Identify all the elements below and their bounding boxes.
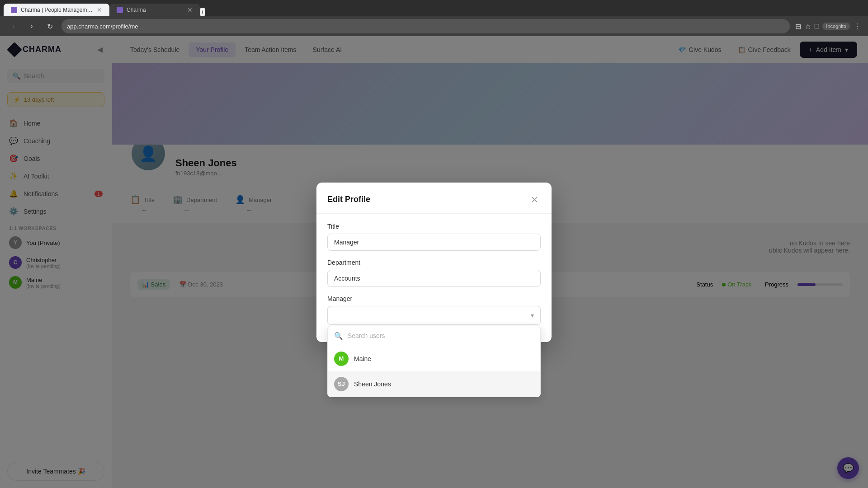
title-field-label-modal: Title	[327, 223, 541, 230]
dropdown-item-sheen-jones[interactable]: SJ Sheen Jones	[328, 371, 540, 397]
department-field-label-modal: Department	[327, 259, 541, 266]
form-group-manager: Manager ▾ 🔍 M Maine SJ Sh	[327, 295, 541, 325]
sheen-jones-user-name: Sheen Jones	[354, 380, 391, 388]
edit-profile-modal: Edit Profile ✕ Title Department Manager …	[316, 183, 552, 342]
reload-button[interactable]: ↻	[43, 20, 56, 33]
manager-chevron-icon: ▾	[531, 312, 534, 319]
menu-icon[interactable]: ⋮	[854, 22, 861, 31]
modal-overlay[interactable]: Edit Profile ✕ Title Department Manager …	[0, 36, 868, 488]
new-tab-button[interactable]: +	[200, 8, 205, 16]
modal-close-button[interactable]: ✕	[528, 193, 541, 206]
forward-button[interactable]: ›	[25, 20, 38, 33]
sheen-jones-user-avatar: SJ	[334, 377, 349, 391]
browser-tab-2[interactable]: Charma ✕	[109, 4, 200, 16]
dropdown-search-icon: 🔍	[334, 332, 343, 340]
department-input[interactable]	[327, 270, 541, 287]
tab-close-1[interactable]: ✕	[97, 6, 102, 14]
tab-close-2[interactable]: ✕	[187, 6, 193, 14]
tab-title-2: Charma	[127, 7, 146, 13]
modal-title: Edit Profile	[327, 195, 370, 204]
extension-icon[interactable]: □	[815, 22, 819, 30]
browser-actions: ⊟ ☆ □ Incognito ⋮	[795, 22, 861, 31]
maine-user-name: Maine	[354, 355, 371, 362]
maine-user-avatar: M	[334, 352, 349, 366]
browser-chrome: Charma | People Management ... ✕ Charma …	[0, 0, 868, 36]
incognito-badge: Incognito	[822, 23, 850, 30]
modal-header: Edit Profile ✕	[316, 183, 552, 214]
manager-select[interactable]: ▾	[327, 306, 541, 325]
tab-title-1: Charma | People Management ...	[21, 7, 93, 13]
address-bar[interactable]: app.charma.com/profile/me	[61, 19, 790, 33]
manager-field-label-modal: Manager	[327, 295, 541, 302]
browser-tabs: Charma | People Management ... ✕ Charma …	[0, 0, 868, 16]
modal-body: Title Department Manager ▾ 🔍	[316, 214, 552, 342]
cast-icon[interactable]: ⊟	[795, 22, 801, 31]
back-button[interactable]: ‹	[7, 20, 20, 33]
form-group-department: Department	[327, 259, 541, 287]
tab-favicon-2	[117, 7, 123, 13]
url-text: app.charma.com/profile/me	[67, 23, 138, 30]
browser-tab-1[interactable]: Charma | People Management ... ✕	[4, 4, 109, 16]
dropdown-search-area: 🔍	[328, 326, 540, 346]
bookmark-icon[interactable]: ☆	[805, 22, 811, 31]
title-input[interactable]	[327, 234, 541, 251]
form-group-title: Title	[327, 223, 541, 251]
dropdown-item-maine[interactable]: M Maine	[328, 346, 540, 371]
browser-address-bar: ‹ › ↻ app.charma.com/profile/me ⊟ ☆ □ In…	[0, 16, 868, 36]
manager-search-input[interactable]	[348, 332, 534, 339]
manager-dropdown: 🔍 M Maine SJ Sheen Jones	[327, 326, 541, 397]
tab-favicon-1	[11, 7, 17, 13]
